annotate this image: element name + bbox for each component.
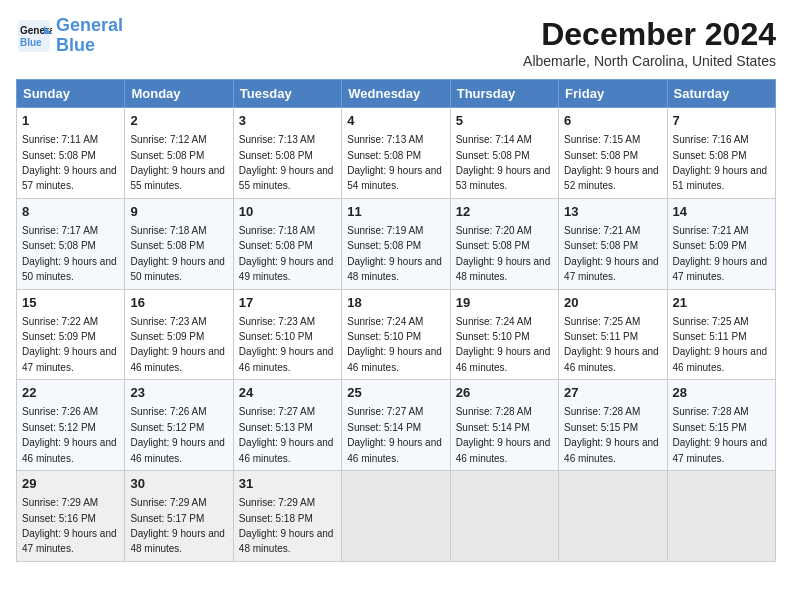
header-day-tuesday: Tuesday: [233, 80, 341, 108]
day-number: 12: [456, 203, 553, 221]
calendar-body: 1 Sunrise: 7:11 AMSunset: 5:08 PMDayligh…: [17, 108, 776, 562]
day-info: Sunrise: 7:19 AMSunset: 5:08 PMDaylight:…: [347, 225, 442, 282]
day-number: 21: [673, 294, 770, 312]
day-cell: 11 Sunrise: 7:19 AMSunset: 5:08 PMDaylig…: [342, 198, 450, 289]
day-cell: 26 Sunrise: 7:28 AMSunset: 5:14 PMDaylig…: [450, 380, 558, 471]
day-number: 7: [673, 112, 770, 130]
day-info: Sunrise: 7:29 AMSunset: 5:17 PMDaylight:…: [130, 497, 225, 554]
day-info: Sunrise: 7:18 AMSunset: 5:08 PMDaylight:…: [130, 225, 225, 282]
month-title: December 2024: [523, 16, 776, 53]
day-info: Sunrise: 7:29 AMSunset: 5:16 PMDaylight:…: [22, 497, 117, 554]
day-cell: 3 Sunrise: 7:13 AMSunset: 5:08 PMDayligh…: [233, 108, 341, 199]
week-row-1: 1 Sunrise: 7:11 AMSunset: 5:08 PMDayligh…: [17, 108, 776, 199]
day-number: 1: [22, 112, 119, 130]
day-info: Sunrise: 7:20 AMSunset: 5:08 PMDaylight:…: [456, 225, 551, 282]
day-number: 31: [239, 475, 336, 493]
day-cell: 1 Sunrise: 7:11 AMSunset: 5:08 PMDayligh…: [17, 108, 125, 199]
day-number: 3: [239, 112, 336, 130]
svg-text:Blue: Blue: [20, 37, 42, 48]
day-number: 20: [564, 294, 661, 312]
day-info: Sunrise: 7:15 AMSunset: 5:08 PMDaylight:…: [564, 134, 659, 191]
day-number: 22: [22, 384, 119, 402]
day-number: 16: [130, 294, 227, 312]
day-number: 25: [347, 384, 444, 402]
day-cell: 13 Sunrise: 7:21 AMSunset: 5:08 PMDaylig…: [559, 198, 667, 289]
day-info: Sunrise: 7:26 AMSunset: 5:12 PMDaylight:…: [22, 406, 117, 463]
day-info: Sunrise: 7:26 AMSunset: 5:12 PMDaylight:…: [130, 406, 225, 463]
header-day-saturday: Saturday: [667, 80, 775, 108]
location: Albemarle, North Carolina, United States: [523, 53, 776, 69]
day-cell: 4 Sunrise: 7:13 AMSunset: 5:08 PMDayligh…: [342, 108, 450, 199]
day-cell: 10 Sunrise: 7:18 AMSunset: 5:08 PMDaylig…: [233, 198, 341, 289]
day-cell: 27 Sunrise: 7:28 AMSunset: 5:15 PMDaylig…: [559, 380, 667, 471]
day-cell: 12 Sunrise: 7:20 AMSunset: 5:08 PMDaylig…: [450, 198, 558, 289]
calendar-table: SundayMondayTuesdayWednesdayThursdayFrid…: [16, 79, 776, 562]
day-cell: 20 Sunrise: 7:25 AMSunset: 5:11 PMDaylig…: [559, 289, 667, 380]
logo-icon: General Blue: [16, 18, 52, 54]
week-row-3: 15 Sunrise: 7:22 AMSunset: 5:09 PMDaylig…: [17, 289, 776, 380]
day-info: Sunrise: 7:27 AMSunset: 5:13 PMDaylight:…: [239, 406, 334, 463]
week-row-5: 29 Sunrise: 7:29 AMSunset: 5:16 PMDaylig…: [17, 471, 776, 562]
day-info: Sunrise: 7:21 AMSunset: 5:09 PMDaylight:…: [673, 225, 768, 282]
day-cell: 23 Sunrise: 7:26 AMSunset: 5:12 PMDaylig…: [125, 380, 233, 471]
day-number: 9: [130, 203, 227, 221]
day-number: 27: [564, 384, 661, 402]
logo: General Blue GeneralBlue: [16, 16, 123, 56]
day-info: Sunrise: 7:28 AMSunset: 5:15 PMDaylight:…: [673, 406, 768, 463]
day-cell: 22 Sunrise: 7:26 AMSunset: 5:12 PMDaylig…: [17, 380, 125, 471]
day-number: 30: [130, 475, 227, 493]
week-row-2: 8 Sunrise: 7:17 AMSunset: 5:08 PMDayligh…: [17, 198, 776, 289]
day-number: 26: [456, 384, 553, 402]
day-number: 5: [456, 112, 553, 130]
day-info: Sunrise: 7:25 AMSunset: 5:11 PMDaylight:…: [564, 316, 659, 373]
day-cell: 16 Sunrise: 7:23 AMSunset: 5:09 PMDaylig…: [125, 289, 233, 380]
day-cell: 15 Sunrise: 7:22 AMSunset: 5:09 PMDaylig…: [17, 289, 125, 380]
day-cell: 18 Sunrise: 7:24 AMSunset: 5:10 PMDaylig…: [342, 289, 450, 380]
header-day-friday: Friday: [559, 80, 667, 108]
day-cell: 5 Sunrise: 7:14 AMSunset: 5:08 PMDayligh…: [450, 108, 558, 199]
day-cell: 9 Sunrise: 7:18 AMSunset: 5:08 PMDayligh…: [125, 198, 233, 289]
day-number: 17: [239, 294, 336, 312]
day-number: 8: [22, 203, 119, 221]
logo-text: GeneralBlue: [56, 16, 123, 56]
day-info: Sunrise: 7:22 AMSunset: 5:09 PMDaylight:…: [22, 316, 117, 373]
day-number: 11: [347, 203, 444, 221]
day-info: Sunrise: 7:18 AMSunset: 5:08 PMDaylight:…: [239, 225, 334, 282]
header-day-monday: Monday: [125, 80, 233, 108]
day-cell: [450, 471, 558, 562]
day-info: Sunrise: 7:24 AMSunset: 5:10 PMDaylight:…: [347, 316, 442, 373]
week-row-4: 22 Sunrise: 7:26 AMSunset: 5:12 PMDaylig…: [17, 380, 776, 471]
day-cell: [559, 471, 667, 562]
day-cell: 28 Sunrise: 7:28 AMSunset: 5:15 PMDaylig…: [667, 380, 775, 471]
header-day-wednesday: Wednesday: [342, 80, 450, 108]
day-cell: 24 Sunrise: 7:27 AMSunset: 5:13 PMDaylig…: [233, 380, 341, 471]
day-number: 24: [239, 384, 336, 402]
day-info: Sunrise: 7:14 AMSunset: 5:08 PMDaylight:…: [456, 134, 551, 191]
day-cell: 17 Sunrise: 7:23 AMSunset: 5:10 PMDaylig…: [233, 289, 341, 380]
day-cell: 8 Sunrise: 7:17 AMSunset: 5:08 PMDayligh…: [17, 198, 125, 289]
day-info: Sunrise: 7:23 AMSunset: 5:10 PMDaylight:…: [239, 316, 334, 373]
day-info: Sunrise: 7:28 AMSunset: 5:14 PMDaylight:…: [456, 406, 551, 463]
day-info: Sunrise: 7:29 AMSunset: 5:18 PMDaylight:…: [239, 497, 334, 554]
day-info: Sunrise: 7:16 AMSunset: 5:08 PMDaylight:…: [673, 134, 768, 191]
day-number: 29: [22, 475, 119, 493]
day-info: Sunrise: 7:17 AMSunset: 5:08 PMDaylight:…: [22, 225, 117, 282]
day-info: Sunrise: 7:21 AMSunset: 5:08 PMDaylight:…: [564, 225, 659, 282]
header: General Blue GeneralBlue December 2024 A…: [16, 16, 776, 69]
day-cell: [667, 471, 775, 562]
day-cell: 19 Sunrise: 7:24 AMSunset: 5:10 PMDaylig…: [450, 289, 558, 380]
day-number: 19: [456, 294, 553, 312]
day-number: 18: [347, 294, 444, 312]
day-cell: 30 Sunrise: 7:29 AMSunset: 5:17 PMDaylig…: [125, 471, 233, 562]
day-cell: 2 Sunrise: 7:12 AMSunset: 5:08 PMDayligh…: [125, 108, 233, 199]
day-info: Sunrise: 7:11 AMSunset: 5:08 PMDaylight:…: [22, 134, 117, 191]
day-info: Sunrise: 7:24 AMSunset: 5:10 PMDaylight:…: [456, 316, 551, 373]
day-cell: 21 Sunrise: 7:25 AMSunset: 5:11 PMDaylig…: [667, 289, 775, 380]
day-number: 23: [130, 384, 227, 402]
header-day-thursday: Thursday: [450, 80, 558, 108]
day-number: 28: [673, 384, 770, 402]
day-number: 14: [673, 203, 770, 221]
day-cell: [342, 471, 450, 562]
day-number: 6: [564, 112, 661, 130]
day-info: Sunrise: 7:27 AMSunset: 5:14 PMDaylight:…: [347, 406, 442, 463]
